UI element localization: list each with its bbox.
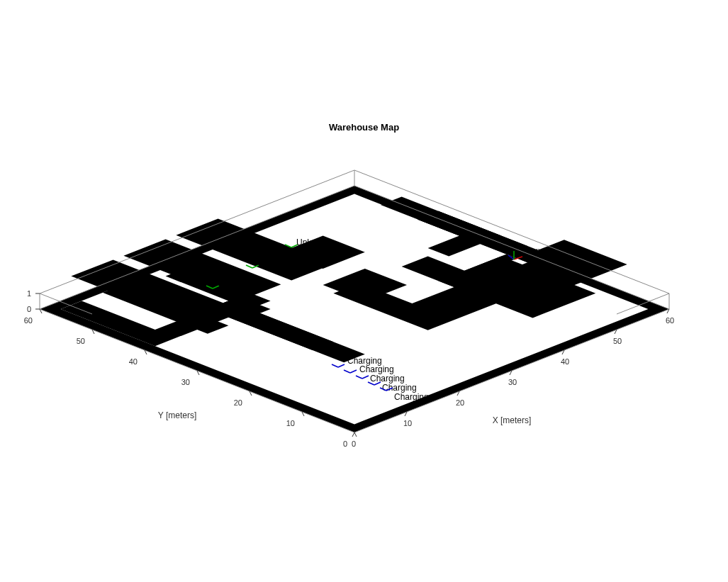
svg-text:20: 20 — [456, 398, 464, 407]
svg-text:Charging: Charging — [370, 374, 405, 384]
svg-text:20: 20 — [234, 398, 242, 407]
svg-text:0: 0 — [343, 440, 347, 448]
svg-text:Charging: Charging — [359, 364, 394, 374]
svg-text:Unloading: Unloading — [296, 237, 335, 247]
svg-line-53 — [354, 432, 357, 437]
svg-text:Unloading: Unloading — [257, 258, 296, 268]
svg-text:Charging: Charging — [394, 392, 429, 402]
svg-text:50: 50 — [77, 337, 85, 345]
svg-text:10: 10 — [286, 419, 295, 427]
svg-line-39 — [352, 432, 354, 437]
x-axis-label: X [meters] — [493, 415, 532, 425]
svg-text:30: 30 — [508, 378, 517, 386]
svg-text:60: 60 — [666, 316, 674, 325]
svg-text:0: 0 — [27, 305, 31, 313]
figure: Warehouse Map — [0, 0, 728, 582]
z-axis-ticks — [35, 293, 40, 309]
svg-text:40: 40 — [561, 357, 569, 366]
svg-text:10: 10 — [403, 419, 412, 427]
svg-text:0: 0 — [352, 440, 356, 448]
svg-text:60: 60 — [24, 316, 33, 325]
svg-text:40: 40 — [129, 357, 138, 366]
warehouse-3d-plot[interactable]: Loading Unloading Unloading Unloading Ch… — [0, 0, 728, 582]
floor — [40, 186, 669, 432]
z-axis-tick-labels: 0 1 — [27, 289, 31, 313]
svg-text:Unloading: Unloading — [218, 279, 256, 289]
svg-text:50: 50 — [613, 337, 622, 345]
y-axis-label: Y [meters] — [158, 410, 196, 420]
svg-text:30: 30 — [181, 378, 190, 386]
svg-text:Charging: Charging — [382, 383, 417, 393]
svg-text:1: 1 — [27, 289, 31, 298]
